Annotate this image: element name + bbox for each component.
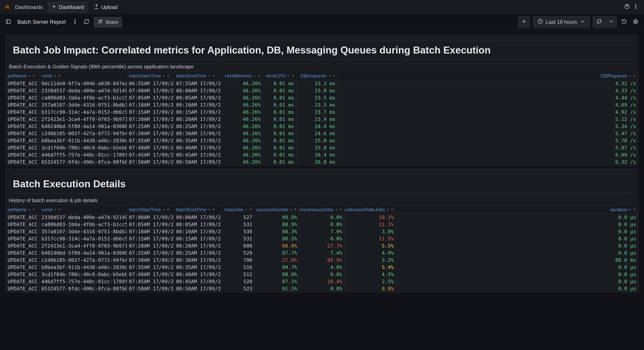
column-header-HostCPU[interactable]: HostCPU xyxy=(263,72,296,80)
sort-icon[interactable] xyxy=(54,208,57,211)
filter-icon[interactable] xyxy=(166,208,170,211)
filter-icon[interactable] xyxy=(390,208,394,211)
column-header-totalJobs[interactable]: totalJobs xyxy=(221,206,254,214)
filter-icon[interactable] xyxy=(633,208,636,211)
cell-erroneous: 7.4% xyxy=(299,249,344,256)
time-range-button[interactable]: Last 18 hours xyxy=(533,16,590,28)
sort-icon[interactable] xyxy=(28,208,31,211)
table-row[interactable]: UPDATE_ACC 2f2423e1-3ca4-4ff8-9703-9b971… xyxy=(6,116,638,123)
cell-totaljobs: 531 xyxy=(221,221,254,228)
filter-icon[interactable] xyxy=(212,74,215,78)
add-panel-button[interactable] xyxy=(518,16,530,28)
cell-runid: c248b105-9037-427a-9772-94fb4c364baa xyxy=(40,257,127,264)
toggle-sidebar-button[interactable] xyxy=(4,18,13,27)
sort-icon[interactable] xyxy=(54,74,57,78)
filter-icon[interactable] xyxy=(166,74,170,78)
table-row[interactable]: UPDATE_ACC 446d7ff5-757e-440c-81cc-1789f… xyxy=(6,151,638,159)
sort-icon[interactable] xyxy=(28,74,31,78)
filter-icon[interactable] xyxy=(339,208,342,211)
filter-icon[interactable] xyxy=(58,208,61,211)
table-row[interactable]: UPDATE_ACC b8bea3bf-911b-4438-a46c-2830d… xyxy=(6,137,638,144)
filter-icon[interactable] xyxy=(291,74,294,78)
cell-runid: b317cc98-314c-4a7a-8152-db6c935cf81b xyxy=(40,235,127,242)
column-header-DBRequests[interactable]: DBRequests xyxy=(338,72,638,80)
filter-icon[interactable] xyxy=(58,74,61,78)
table-row[interactable]: UPDATE_ACC b317cc98-314c-4a7a-8152-db6c9… xyxy=(6,109,638,116)
table-row[interactable]: UPDATE_ACC 65324577-9fdc-490c-8fca-88fb8… xyxy=(6,285,638,292)
sort-icon[interactable] xyxy=(335,208,338,211)
table-row[interactable]: UPDATE_ACC 3cd1f84b-780c-40c9-8abc-b5ebb… xyxy=(6,271,638,278)
table-row[interactable]: UPDATE_ACC 640240bd-5f80-4a14-901a-03000… xyxy=(6,123,638,130)
table-row[interactable]: UPDATE_ACC 2f2423e1-3ca4-4ff8-9703-9b971… xyxy=(6,242,638,249)
table-row[interactable]: UPDATE_ACC c248b105-9037-427a-9772-94fb4… xyxy=(6,257,638,264)
cell-totaljobs: 531 xyxy=(221,235,254,242)
table-row[interactable]: UPDATE_ACC c248b105-9037-427a-9772-94fb4… xyxy=(6,130,638,137)
panel-subtitle: History of batch execution & job details xyxy=(6,197,638,205)
upload-button[interactable]: Upload xyxy=(90,2,121,13)
cell-hostmemory: 46.26% xyxy=(221,80,263,87)
sort-icon[interactable] xyxy=(162,208,165,211)
column-header-batchEndTime[interactable]: batchEndTime xyxy=(174,72,221,80)
filter-icon[interactable] xyxy=(294,208,297,211)
column-header-batchStartTime[interactable]: batchStartTime xyxy=(127,72,174,80)
table-row[interactable]: UPDATE_ACC b317cc98-314c-4a7a-8152-db6c9… xyxy=(6,235,638,242)
filter-icon[interactable] xyxy=(332,74,336,78)
column-header-jobName[interactable]: jobName xyxy=(6,72,40,80)
new-dashboard-button[interactable]: Dashboard xyxy=(48,2,88,13)
refresh-dashboard-button[interactable] xyxy=(82,18,91,27)
sort-icon[interactable] xyxy=(290,208,293,211)
sort-icon[interactable] xyxy=(253,74,256,78)
table-row[interactable]: UPDATE_ACC 357a0107-3d4e-4316-9751-8bdb7… xyxy=(6,102,638,109)
filter-icon[interactable] xyxy=(249,208,252,211)
column-header-HostMemory[interactable]: HostMemory xyxy=(221,72,263,80)
sort-icon[interactable] xyxy=(628,74,632,78)
sort-icon[interactable] xyxy=(162,74,165,78)
cell-end: 08:15AM 17/09/2024 xyxy=(174,109,221,116)
column-header-runId[interactable]: runId xyxy=(40,206,127,214)
column-header-erroreneousJobs[interactable]: erroreneousJobs xyxy=(299,206,344,214)
sort-icon[interactable] xyxy=(628,208,632,211)
table-row[interactable]: UPDATE_ACC b8bea3bf-911b-4438-a46c-2830d… xyxy=(6,264,638,271)
column-header-batchStartTime[interactable]: batchStartTime xyxy=(127,206,174,214)
table-row[interactable]: UPDATE_ACC 2330d537-deda-409e-a47d-92149… xyxy=(6,87,638,94)
sort-icon[interactable] xyxy=(208,74,211,78)
run-refresh-button[interactable] xyxy=(593,16,606,28)
column-header-duration[interactable]: duration xyxy=(396,206,638,214)
column-header-DBresponse[interactable]: DBresponse xyxy=(296,72,338,80)
history-icon xyxy=(622,19,627,26)
settings-button[interactable] xyxy=(631,18,640,27)
sort-icon[interactable] xyxy=(328,74,331,78)
column-header-jobName[interactable]: jobName xyxy=(6,206,40,214)
history-button[interactable] xyxy=(620,18,628,27)
title-menu-button[interactable] xyxy=(71,18,80,27)
more-menu-button[interactable] xyxy=(631,3,640,12)
sort-icon[interactable] xyxy=(245,208,248,211)
table-row[interactable]: UPDATE_ACC 9dc114e0-9f7a-4946-a838-847ea… xyxy=(6,80,638,87)
filter-icon[interactable] xyxy=(32,208,36,211)
cell-hostmemory: 46.26% xyxy=(221,144,263,151)
table-row[interactable]: UPDATE_ACC 3cd1f84b-780c-40c9-8abc-b5ebb… xyxy=(6,144,638,151)
table-row[interactable]: UPDATE_ACC ca806d83-1b6a-4f6b-acf3-b1cc5… xyxy=(6,221,638,228)
filter-icon[interactable] xyxy=(633,74,636,78)
sort-icon[interactable] xyxy=(287,74,290,78)
filter-icon[interactable] xyxy=(212,208,215,211)
column-header-unknownStateJobs[interactable]: unknownStateJobs xyxy=(344,206,396,214)
cell-jobname: UPDATE_ACC xyxy=(6,130,40,137)
table-row[interactable]: UPDATE_ACC 65324577-9fdc-490c-8fca-88fb8… xyxy=(6,159,638,166)
table-row[interactable]: UPDATE_ACC 446d7ff5-757e-440c-81cc-1789f… xyxy=(6,278,638,285)
filter-icon[interactable] xyxy=(258,74,260,78)
sort-icon[interactable] xyxy=(208,208,211,211)
dashboards-link[interactable]: Dashboards xyxy=(13,3,45,12)
column-header-batchEndTime[interactable]: batchEndTime xyxy=(174,206,221,214)
filter-icon[interactable] xyxy=(32,74,36,78)
table-row[interactable]: UPDATE_ACC 640240bd-5f80-4a14-901a-03000… xyxy=(6,249,638,257)
table-row[interactable]: UPDATE_ACC 2330d537-deda-409e-a47d-92149… xyxy=(6,214,638,221)
column-header-runId[interactable]: runId xyxy=(40,72,127,80)
help-button[interactable] xyxy=(622,3,631,12)
table-row[interactable]: UPDATE_ACC ca806d83-1b6a-4f6b-acf3-b1cc5… xyxy=(6,94,638,102)
refresh-interval-button[interactable] xyxy=(606,16,617,28)
share-button[interactable]: Share xyxy=(94,17,122,28)
table-row[interactable]: UPDATE_ACC 357a0107-3d4e-4316-9751-8bdb7… xyxy=(6,228,638,235)
column-header-successfulJobs[interactable]: successfulJobs xyxy=(254,206,299,214)
sort-icon[interactable] xyxy=(386,208,389,211)
